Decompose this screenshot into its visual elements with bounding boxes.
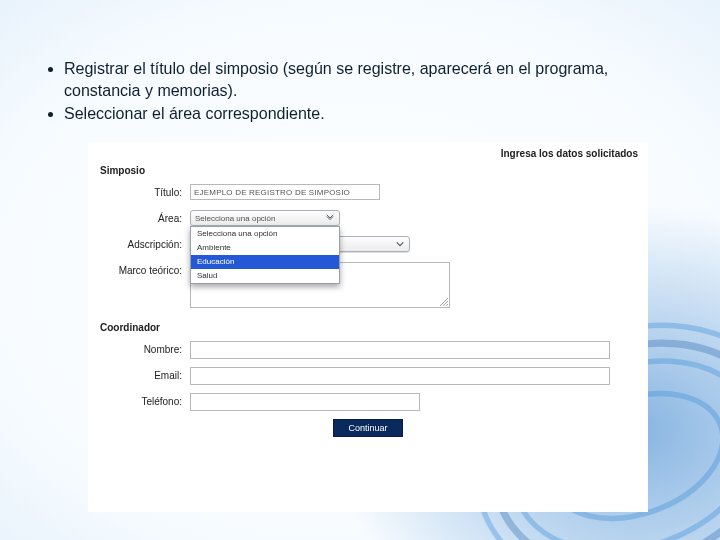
label-nombre: Nombre: bbox=[98, 341, 190, 359]
telefono-input[interactable] bbox=[190, 393, 420, 411]
section-coordinador: Coordinador bbox=[100, 322, 638, 333]
chevron-down-icon bbox=[395, 239, 405, 249]
area-option-highlighted[interactable]: Educación bbox=[191, 255, 339, 269]
label-titulo: Título: bbox=[98, 184, 190, 202]
form-prompt: Ingresa los datos solicitados bbox=[98, 148, 638, 159]
chevron-down-icon bbox=[325, 213, 335, 223]
area-dropdown[interactable]: Selecciona una opción Ambiente Educación… bbox=[190, 226, 340, 284]
label-marco: Marco teórico: bbox=[98, 262, 190, 280]
area-option[interactable]: Ambiente bbox=[191, 241, 339, 255]
email-input[interactable] bbox=[190, 367, 610, 385]
resize-grip-icon[interactable] bbox=[438, 296, 448, 306]
label-adscripcion: Adscripción: bbox=[98, 236, 190, 254]
label-area: Área: bbox=[98, 210, 190, 228]
form-panel: Ingresa los datos solicitados Simposio T… bbox=[88, 142, 648, 512]
titulo-input[interactable] bbox=[190, 184, 380, 200]
label-telefono: Teléfono: bbox=[98, 393, 190, 411]
instruction-list: Registrar el título del simposio (según … bbox=[44, 58, 676, 127]
area-select-value: Selecciona una opción bbox=[195, 214, 276, 223]
label-email: Email: bbox=[98, 367, 190, 385]
instruction-item: Registrar el título del simposio (según … bbox=[64, 58, 676, 101]
instruction-item: Seleccionar el área correspondiente. bbox=[64, 103, 676, 125]
nombre-input[interactable] bbox=[190, 341, 610, 359]
area-option[interactable]: Selecciona una opción bbox=[191, 227, 339, 241]
area-option[interactable]: Salud bbox=[191, 269, 339, 283]
continuar-button[interactable]: Continuar bbox=[333, 419, 402, 437]
area-select[interactable]: Selecciona una opción bbox=[190, 210, 340, 226]
section-simposio: Simposio bbox=[100, 165, 638, 176]
